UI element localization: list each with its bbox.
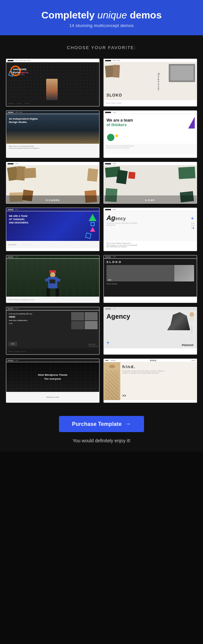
header-title-unique: unique <box>97 10 130 20</box>
demo9-preview <box>6 259 99 297</box>
demo12-logo <box>105 308 111 309</box>
demo14-brand-logo: hind. <box>150 359 157 362</box>
demo13-link1 <box>15 360 18 361</box>
demo5-nav <box>6 162 99 165</box>
demo-card-12[interactable]: Agency + portfolio Piemont <box>103 307 197 355</box>
demo10-link1 <box>113 256 116 257</box>
demo-card-14[interactable]: hind. hind. We specialize in design and … <box>103 359 197 403</box>
demo8-preview: Agency Our agency not only try to drivin… <box>104 211 197 241</box>
demo13-nav <box>6 359 99 362</box>
demo6-link1 <box>113 163 116 164</box>
header-section: Completely unique demos 14 stunning mult… <box>0 0 203 35</box>
demo9-logo <box>8 256 14 258</box>
demo-card-10[interactable]: SLOKO NEW Palm House <box>103 255 197 303</box>
demo1-preview: AWESOME Digital agency Driven to get res… <box>6 62 99 100</box>
demo7-logo <box>8 209 14 210</box>
demo1-link2 <box>19 60 22 61</box>
demo7-nav <box>6 208 99 211</box>
purchase-button[interactable]: Purchase Template → <box>59 416 144 432</box>
demo4-logo <box>105 112 111 113</box>
demo11-logo <box>8 308 14 309</box>
demo1-link4 <box>27 60 30 61</box>
demo3-link1 <box>15 112 18 113</box>
demo14-gallery <box>111 360 116 361</box>
cta-section: Purchase Template → You would definitely… <box>0 406 203 452</box>
demo-card-9[interactable]: Portfolio • Freelance • Typography • Con… <box>6 255 100 303</box>
demo-card-6[interactable]: S.CAP. <box>103 162 197 204</box>
cta-enjoy-text: You would definitely enjoy it! <box>7 438 196 443</box>
demo-card-1[interactable]: AWESOME Digital agency Driven to get res… <box>6 59 100 106</box>
header-title-completely: Completely <box>41 10 97 20</box>
demo-card-4[interactable]: We are a teamof thinkers Hind is a full … <box>103 110 197 158</box>
header-subtitle: 14 stunning multiconcept demos <box>7 23 196 28</box>
demo6-logo <box>105 163 111 164</box>
demo-card-13[interactable]: Hind Wordpress ThemeFor everyone Welcome… <box>6 359 100 403</box>
demo-card-3[interactable]: An Independent DigitalDesign Studio. Adr… <box>6 110 100 158</box>
demo3-logo <box>8 112 14 113</box>
cta-arrow-icon: → <box>125 421 131 427</box>
demo11-preview: k for you by working with you.HINDome fr… <box>6 310 99 348</box>
demo2-preview: furnishing SLOKO <box>104 62 197 100</box>
choose-label: CHOOSE YOUR FAVORITE: <box>7 45 196 50</box>
demo8-nav <box>104 208 197 211</box>
demo11-nav <box>6 307 99 310</box>
demo8-logo <box>105 209 111 210</box>
demo-card-7[interactable]: WE ARE A TEAMOF THINKERSAND DESIGNERS. <box>6 208 100 251</box>
demo6-nav <box>104 162 197 165</box>
choose-section: CHOOSE YOUR FAVORITE: <box>0 35 203 53</box>
demo10-logo <box>105 256 111 258</box>
header-title-demos: demos <box>130 10 162 20</box>
demo2-nav <box>104 59 197 62</box>
demo3-nav <box>6 111 99 114</box>
demo1-logo <box>8 60 14 61</box>
demo4-nav <box>104 111 197 114</box>
demo-card-11[interactable]: k for you by working with you.HINDome fr… <box>6 307 100 355</box>
demos-grid: AWESOME Digital agency Driven to get res… <box>0 53 203 406</box>
demo10-nav <box>104 255 197 259</box>
demo13-logo <box>8 360 14 361</box>
demo5-link1 <box>15 163 18 164</box>
demo-card-5[interactable]: S.CASES <box>6 162 100 204</box>
demo14-nav: hind. <box>104 359 197 362</box>
demo10-preview: SLOKO NEW Palm House <box>104 259 197 297</box>
demo1-link1 <box>15 60 18 61</box>
demo5-preview: S.CASES <box>6 165 99 203</box>
demo-card-2[interactable]: furnishing SLOKO Contact • Studio • Port… <box>103 59 197 106</box>
demo4-preview: We are a teamof thinkers <box>104 114 197 144</box>
demo7-preview: WE ARE A TEAMOF THINKERSAND DESIGNERS. <box>6 211 99 241</box>
demo6-preview: S.CAP. <box>104 165 197 203</box>
demo14-preview: hind. We specialize in design and brand … <box>104 362 197 400</box>
demo14-nav-about <box>105 360 108 361</box>
demo13-preview: Hind Wordpress ThemeFor everyone <box>6 362 99 392</box>
header-title: Completely unique demos <box>7 9 196 21</box>
demo14-about-link <box>191 360 195 361</box>
demo11-link1 <box>15 308 18 309</box>
demo2-link2 <box>117 60 120 61</box>
demo1-nav <box>6 59 99 62</box>
demo2-logo <box>105 60 111 61</box>
demo7-link1 <box>15 209 18 210</box>
demo9-link1 <box>15 256 18 257</box>
demo5-logo <box>8 163 14 164</box>
demo12-preview: Agency + portfolio Piemont <box>104 310 197 348</box>
demo8-link1 <box>113 209 116 210</box>
demo2-link1 <box>113 60 116 61</box>
demo3-link2 <box>19 112 22 113</box>
demo-card-8[interactable]: Agency Our agency not only try to drivin… <box>103 208 197 251</box>
demo4-link1 <box>113 112 116 113</box>
purchase-button-label: Purchase Template <box>72 421 122 427</box>
demo3-preview: An Independent DigitalDesign Studio. <box>6 114 99 144</box>
demo12-nav <box>104 307 197 310</box>
demo9-nav <box>6 255 99 259</box>
demo12-link1 <box>113 308 116 309</box>
demo1-link3 <box>23 60 26 61</box>
